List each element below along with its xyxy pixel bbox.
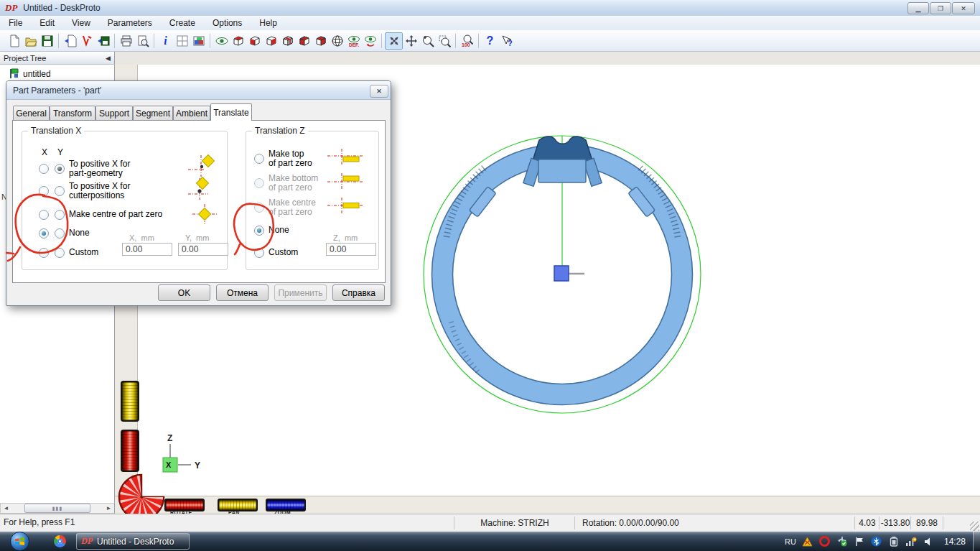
tx-y-none-radio[interactable] <box>55 228 65 239</box>
part-parameters-dialog: Part Parameters - 'part' ✕ General Trans… <box>6 80 391 306</box>
show-geometry-eye-icon[interactable] <box>213 33 230 49</box>
battery-icon[interactable] <box>888 536 900 547</box>
start-button[interactable] <box>10 532 29 551</box>
column-y-header: Y <box>57 148 63 157</box>
menu-item-parameters[interactable]: Parameters <box>99 17 161 29</box>
tx-x-none-radio[interactable] <box>39 228 49 239</box>
menu-item-create[interactable]: Create <box>161 17 204 29</box>
tx-x-custom-radio[interactable] <box>39 248 49 258</box>
tx-y-positive-cutter-radio[interactable] <box>55 186 65 196</box>
view-cube-1-icon[interactable] <box>230 33 246 49</box>
menu-item-view[interactable]: View <box>63 17 99 29</box>
show-desktop-button[interactable] <box>973 532 980 551</box>
scroll-left-icon[interactable]: ◄ <box>1 505 11 511</box>
tz-custom-radio[interactable] <box>254 248 264 258</box>
view-cube-4-icon[interactable] <box>279 33 296 49</box>
restore-button[interactable]: ❐ <box>930 2 951 14</box>
view-sphere-icon[interactable] <box>329 33 345 49</box>
dialog-title-bar[interactable]: Part Parameters - 'part' <box>6 81 391 100</box>
new-file-icon[interactable] <box>6 33 22 49</box>
help-icon[interactable]: ? <box>482 33 498 49</box>
viewports-grid-icon[interactable] <box>174 33 190 49</box>
rotate-vertical-slider[interactable] <box>121 430 139 472</box>
pan-vertical-slider[interactable] <box>121 381 139 422</box>
rotate-tool-icon[interactable] <box>385 32 403 50</box>
scroll-right-icon[interactable]: ► <box>103 505 114 511</box>
tz-row1-label-line2: of part zero <box>269 159 312 168</box>
z-mm-input[interactable] <box>326 243 376 256</box>
tab-general[interactable]: General <box>13 106 50 120</box>
system-tray: RU ✶ 14:28 <box>785 536 973 547</box>
close-button[interactable]: ✕ <box>952 2 975 14</box>
load-geometry-icon[interactable] <box>62 33 78 49</box>
view-cube-6-icon[interactable] <box>312 33 329 49</box>
usb-tray-icon[interactable] <box>836 536 848 547</box>
dialog-close-icon[interactable]: ✕ <box>370 85 388 98</box>
bluetooth-icon[interactable] <box>871 536 882 547</box>
print-preview-icon[interactable] <box>134 33 151 49</box>
y-mm-input[interactable] <box>178 243 228 256</box>
horizontal-scrollbar[interactable]: ◄ ▮▮▮ ► <box>0 503 115 514</box>
menu-item-edit[interactable]: Edit <box>31 17 63 29</box>
network-signal-icon[interactable]: ✶ <box>905 536 917 547</box>
cancel-button[interactable]: Отмена <box>216 284 269 301</box>
minimize-button[interactable]: ▁ <box>907 2 929 14</box>
action-center-flag-icon[interactable] <box>854 536 865 547</box>
tx-x-centre-radio[interactable] <box>39 210 49 220</box>
save-nc-file-icon[interactable] <box>95 33 111 49</box>
context-help-icon[interactable]: ? <box>498 33 515 49</box>
print-icon[interactable] <box>118 33 134 49</box>
view-cube-3-icon[interactable] <box>263 33 279 49</box>
tz-top-radio[interactable] <box>254 154 264 164</box>
apply-button[interactable]: Применить <box>274 284 327 301</box>
svg-text:✶: ✶ <box>913 537 917 542</box>
zoom-window-tool-icon[interactable] <box>436 33 452 49</box>
tx-geometry-pictogram <box>187 154 217 178</box>
taskbar-clock[interactable]: 14:28 <box>944 537 966 547</box>
project-tree-header[interactable]: Project Tree ◀ <box>0 52 115 65</box>
pan-tool-icon[interactable] <box>403 33 419 49</box>
tx-y-positive-geometry-radio[interactable] <box>55 164 65 174</box>
chrome-icon[interactable] <box>54 535 66 547</box>
tx-y-custom-radio[interactable] <box>55 248 65 258</box>
status-coord-y: -313.80 <box>879 517 911 529</box>
zoom-in-tool-icon[interactable] <box>419 33 436 49</box>
tz-none-radio[interactable] <box>254 226 264 236</box>
tab-segment[interactable]: Segment <box>133 106 173 120</box>
info-icon[interactable]: i <box>157 33 174 49</box>
svg-text:DEF.: DEF. <box>349 42 359 47</box>
view-cube-2-icon[interactable] <box>246 33 263 49</box>
volume-icon[interactable] <box>923 536 934 547</box>
warning-tray-icon[interactable] <box>802 536 813 547</box>
tx-x-positive-cutter-radio[interactable] <box>39 186 49 196</box>
menu-item-file[interactable]: File <box>0 17 31 29</box>
ok-button[interactable]: OK <box>158 284 210 301</box>
resize-grip[interactable] <box>970 522 979 531</box>
tz-bottom-radio[interactable] <box>254 178 264 188</box>
menu-item-options[interactable]: Options <box>204 17 251 29</box>
tz-centre-radio[interactable] <box>254 203 264 213</box>
zoom-100-icon[interactable]: 100 <box>459 33 475 49</box>
save-file-icon[interactable] <box>39 33 55 49</box>
taskbar-app-button[interactable]: DP Untitled - DeskProto <box>76 533 190 550</box>
tab-support[interactable]: Support <box>95 106 133 120</box>
open-file-icon[interactable] <box>22 33 39 49</box>
help-button[interactable]: Справка <box>332 284 385 301</box>
menu-item-help[interactable]: Help <box>251 17 286 29</box>
tab-transform[interactable]: Transform <box>50 106 95 120</box>
language-indicator[interactable]: RU <box>785 537 796 546</box>
tab-translate[interactable]: Translate <box>210 103 252 121</box>
scrollbar-thumb[interactable]: ▮▮▮ <box>24 504 90 513</box>
tx-x-positive-geometry-radio[interactable] <box>39 164 49 174</box>
view-default-eye-icon[interactable]: DEF. <box>345 33 362 49</box>
tab-ambient[interactable]: Ambient <box>173 106 210 120</box>
tx-y-centre-radio[interactable] <box>55 210 65 220</box>
render-bitmap-icon[interactable] <box>190 33 207 49</box>
view-cube-5-icon[interactable] <box>296 33 312 49</box>
view-rotate-eye-icon[interactable] <box>362 33 378 49</box>
tree-item-untitled[interactable]: untitled <box>0 65 114 79</box>
collapse-panel-icon[interactable]: ◀ <box>106 55 111 62</box>
x-mm-input[interactable] <box>122 243 172 256</box>
cutter-icon[interactable] <box>78 33 95 49</box>
antivirus-tray-icon[interactable] <box>819 536 831 547</box>
